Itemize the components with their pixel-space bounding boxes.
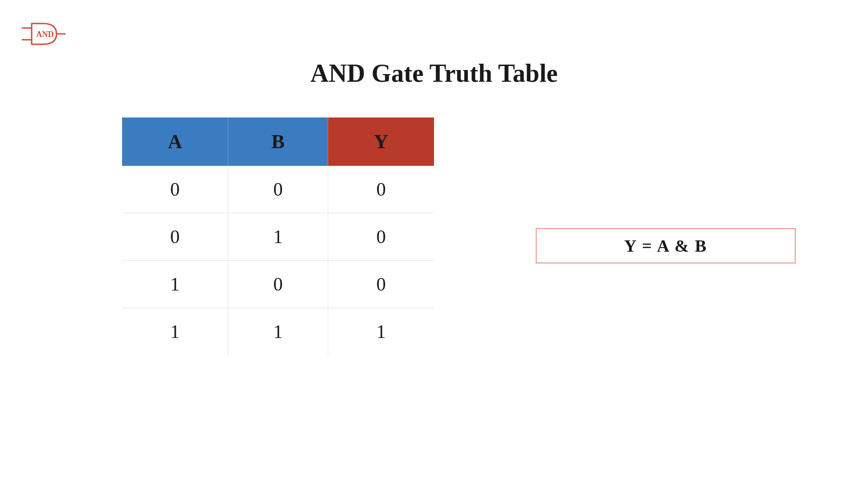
cell-a: 1 (122, 261, 228, 308)
cell-a: 0 (122, 166, 228, 213)
cell-y: 0 (328, 261, 434, 308)
cell-b: 0 (228, 166, 328, 213)
cell-b: 1 (228, 213, 328, 261)
cell-a: 1 (122, 308, 228, 356)
table-row: 1 0 0 (122, 261, 434, 308)
and-gate-icon: AND (18, 18, 68, 52)
svg-text:AND: AND (36, 30, 54, 39)
page-title: AND Gate Truth Table (0, 59, 868, 88)
cell-b: 1 (228, 308, 328, 356)
column-header-b: B (228, 117, 328, 166)
equation-box: Y = A & B (536, 228, 796, 263)
column-header-y: Y (328, 117, 434, 166)
table-header-row: A B Y (122, 117, 434, 166)
equation-text: Y = A & B (624, 236, 708, 256)
cell-b: 0 (228, 261, 328, 308)
table-row: 1 1 1 (122, 308, 434, 356)
table-row: 0 0 0 (122, 166, 434, 213)
cell-y: 0 (328, 213, 434, 261)
truth-table: A B Y 0 0 0 0 1 0 1 0 0 1 1 (122, 117, 434, 355)
table-row: 0 1 0 (122, 213, 434, 261)
column-header-a: A (122, 117, 228, 166)
cell-y: 1 (328, 308, 434, 356)
cell-a: 0 (122, 213, 228, 261)
cell-y: 0 (328, 166, 434, 213)
